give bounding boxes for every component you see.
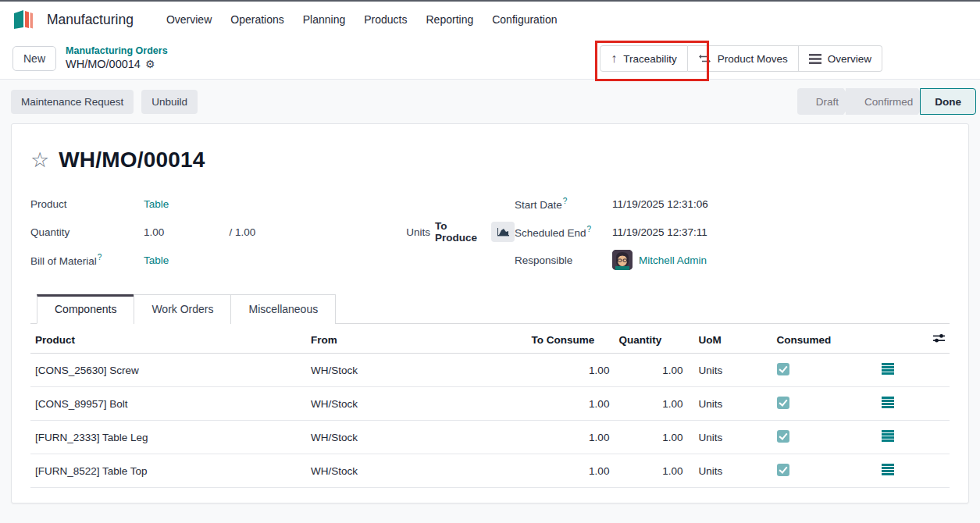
col-header-from[interactable]: From [306,326,526,354]
help-icon: ? [587,225,592,233]
col-header-product[interactable]: Product [30,326,306,354]
cell-product[interactable]: [FURN_2333] Table Leg [30,421,306,454]
tab-work-orders[interactable]: Work Orders [134,294,231,324]
app-title: Manufacturing [47,12,134,28]
status-step-done[interactable]: Done [920,88,976,115]
cell-quantity[interactable]: 1.00 [614,421,687,454]
status-step-draft[interactable]: Draft [797,88,853,115]
nav-item-configuration[interactable]: Configuration [483,9,566,30]
cell-consumed[interactable] [766,421,853,454]
quantity-total: / 1.00 [230,226,348,238]
cell-to-consume[interactable]: 1.00 [527,421,615,454]
component-row[interactable]: [FURN_2333] Table LegWH/Stock1.001.00Uni… [30,421,950,454]
nav-item-products[interactable]: Products [355,9,416,30]
quantity-value[interactable]: 1.00 [144,226,230,238]
cell-details[interactable] [853,454,921,488]
transfer-arrows-icon [698,54,711,64]
component-row[interactable]: [CONS_89957] BoltWH/Stock1.001.00Units [30,387,950,421]
product-field-value[interactable]: Table [144,198,169,210]
cell-uom[interactable]: Units [688,387,766,421]
traceability-button[interactable]: ↑ Traceability [600,45,688,72]
uom-value: Units [406,226,430,238]
cell-product[interactable]: [CONS_89957] Bolt [30,387,306,421]
col-header-to-consume[interactable]: To Consume [527,326,615,354]
forecast-chart-button[interactable] [491,222,515,242]
cell-empty[interactable] [922,387,950,421]
consumed-checkbox-checked[interactable] [777,430,789,443]
col-header-uom[interactable]: UoM [688,326,766,354]
consumed-checkbox-checked[interactable] [777,464,789,476]
status-bar: DraftConfirmedDone [797,88,969,115]
nav-item-overview[interactable]: Overview [157,9,221,30]
consumed-checkbox-checked[interactable] [777,363,789,375]
cell-empty[interactable] [922,421,950,454]
component-row[interactable]: [CONS_25630] ScrewWH/Stock1.001.00Units [30,354,950,387]
top-navbar: Manufacturing OverviewOperationsPlanning… [0,2,980,37]
cell-quantity[interactable]: 1.00 [614,454,687,488]
cell-quantity[interactable]: 1.00 [614,354,687,387]
status-step-confirmed[interactable]: Confirmed [846,88,927,115]
cell-details[interactable] [853,387,921,421]
cell-consumed[interactable] [766,387,853,421]
nav-item-reporting[interactable]: Reporting [417,9,483,30]
unbuild-button[interactable]: Unbuild [141,90,198,114]
component-row[interactable]: [FURN_8522] Table TopWH/Stock1.001.00Uni… [30,454,950,488]
cell-empty[interactable] [922,454,950,488]
favorite-star-icon[interactable]: ☆ [30,150,49,171]
tab-miscellaneous[interactable]: Miscellaneous [230,294,336,324]
area-chart-icon [497,227,510,237]
cell-uom[interactable]: Units [688,421,766,454]
col-header-quantity[interactable]: Quantity [614,326,687,354]
consumed-checkbox-checked[interactable] [777,397,789,409]
to-produce-label: To Produce [435,220,482,244]
tab-components[interactable]: Components [37,294,134,324]
cell-uom[interactable]: Units [688,454,766,488]
cell-from[interactable]: WH/Stock [306,454,526,488]
smart-button-group: ↑ Traceability Product Moves Overview [600,45,882,72]
cell-empty[interactable] [922,354,950,387]
record-title: WH/MO/00014 [59,148,205,173]
notebook-tabs: ComponentsWork OrdersMiscellaneous [30,294,950,324]
cell-to-consume[interactable]: 1.00 [527,454,615,488]
control-panel: New Manufacturing Orders WH/MO/00014 ⚙ ↑… [0,37,980,80]
new-button[interactable]: New [12,46,56,71]
cell-consumed[interactable] [766,354,853,387]
scheduled-end-value[interactable]: 11/19/2025 12:37:11 [612,226,707,238]
cell-details[interactable] [853,421,921,454]
gear-icon[interactable]: ⚙ [145,58,155,72]
optional-columns-icon[interactable] [933,333,945,346]
move-details-list-icon[interactable] [882,361,894,375]
start-date-value[interactable]: 11/19/2025 12:31:06 [612,198,708,210]
cell-product[interactable]: [FURN_8522] Table Top [30,454,306,488]
col-header-consumed[interactable]: Consumed [766,326,853,354]
cell-to-consume[interactable]: 1.00 [527,387,615,421]
cell-details[interactable] [853,354,921,387]
field-grid: Product Table Quantity 1.00 / 1.00 Units… [30,190,950,274]
move-details-list-icon[interactable] [882,429,894,443]
cell-quantity[interactable]: 1.00 [614,387,687,421]
bom-field-value[interactable]: Table [144,254,169,266]
product-moves-button[interactable]: Product Moves [688,45,799,72]
cell-to-consume[interactable]: 1.00 [527,354,615,387]
breadcrumb: Manufacturing Orders WH/MO/00014 ⚙ [66,45,168,72]
move-details-list-icon[interactable] [882,395,894,409]
manufacturing-app-icon[interactable] [12,9,36,30]
cell-from[interactable]: WH/Stock [306,387,526,421]
cell-from[interactable]: WH/Stock [306,354,526,387]
components-table: Product From To Consume Quantity UoM Con… [30,326,950,488]
nav-item-operations[interactable]: Operations [221,9,293,30]
quantity-field-label: Quantity [30,226,144,238]
maintenance-request-button[interactable]: Maintenance Request [11,90,134,114]
cell-consumed[interactable] [766,454,853,488]
avatar [612,250,633,270]
overview-smart-button[interactable]: Overview [799,45,882,72]
cell-product[interactable]: [CONS_25630] Screw [30,354,306,387]
move-details-list-icon[interactable] [882,462,894,476]
bom-field-label: Bill of Material? [30,253,144,267]
responsible-value[interactable]: Mitchell Admin [639,254,707,266]
cell-from[interactable]: WH/Stock [306,421,526,454]
nav-item-planning[interactable]: Planning [294,9,355,30]
arrow-up-icon: ↑ [611,52,617,66]
breadcrumb-parent-link[interactable]: Manufacturing Orders [66,45,168,58]
cell-uom[interactable]: Units [688,354,766,387]
